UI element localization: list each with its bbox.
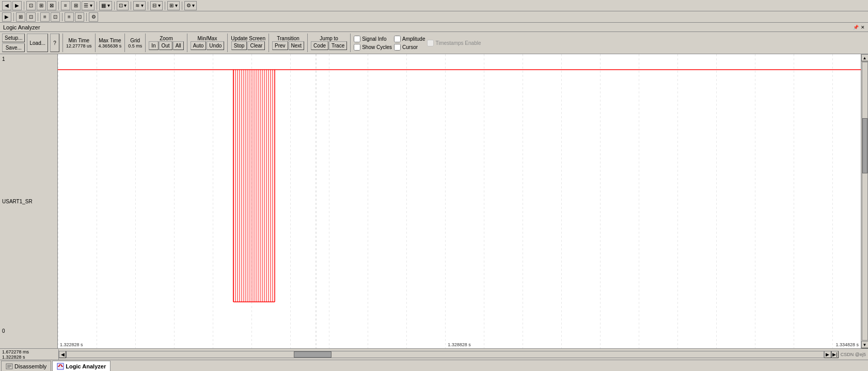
tab-bar: Disassembly Logic Analyzer	[0, 360, 868, 371]
max-time-label: Max Time	[99, 38, 121, 43]
transition-label: Transition	[277, 36, 299, 41]
toolbar-btn-6[interactable]: ☰ ▾	[82, 1, 94, 10]
dropdown-1[interactable]: ▦ ▾	[99, 1, 112, 10]
setup-button[interactable]: Setup...	[2, 34, 25, 42]
time-right: 1.334828 s	[835, 342, 859, 347]
disassembly-tab-label: Disassembly	[14, 363, 46, 369]
zoom-group: Zoom In Out All	[149, 36, 184, 50]
scroll-rightmost-button[interactable]: ▶|	[831, 351, 839, 358]
dropdown-6[interactable]: ⚙ ▾	[184, 1, 197, 10]
status-time-1: 1.672278 ms	[2, 349, 56, 354]
dropdown-4[interactable]: ⊟ ▾	[150, 1, 163, 10]
signal-name-usart1: USART1_SR	[2, 199, 33, 204]
show-cycles-checkbox[interactable]	[354, 44, 360, 51]
ctrl-sep-6	[227, 34, 228, 52]
scroll-left-button[interactable]: ◀	[59, 351, 66, 358]
dropdown-2[interactable]: ⊡ ▾	[117, 1, 129, 10]
logic-analyzer-tab-label: Logic Analyzer	[66, 363, 106, 369]
status-time-2: 1.322828 s	[2, 354, 56, 360]
stop-button[interactable]: Stop	[231, 41, 247, 50]
timestamps-label[interactable]: Timestamps Enable	[427, 40, 481, 46]
scroll-thumb-h[interactable]	[294, 351, 332, 358]
s-btn-5[interactable]: ≡	[65, 12, 74, 22]
zoom-out-button[interactable]: Out	[159, 41, 172, 50]
transition-group: Transition Prev Next	[272, 36, 304, 50]
toolbar-btn-2[interactable]: ⊞	[37, 1, 46, 10]
grid-value: 0.5 ms	[128, 43, 142, 49]
waveform-area[interactable]: 1.322828 s 1.328828 s 1.334828 s	[58, 54, 861, 348]
scroll-track-h[interactable]	[66, 351, 824, 358]
clear-button[interactable]: Clear	[247, 41, 265, 50]
s-btn-1[interactable]: ⊞	[16, 12, 25, 22]
save-button[interactable]: Save...	[2, 43, 25, 52]
grid-group: Grid 0.5 ms	[128, 38, 142, 49]
close-icon[interactable]: ✕	[861, 25, 865, 30]
separator-3	[97, 2, 97, 10]
scroll-thumb[interactable]	[862, 118, 867, 174]
tab-disassembly[interactable]: Disassembly	[1, 361, 51, 372]
load-button[interactable]: Load...	[27, 34, 48, 52]
sep-s3	[62, 13, 62, 21]
update-screen-label: Update Screen	[231, 36, 265, 41]
la-title-bar: Logic Analyzer 📌 ✕	[0, 23, 868, 32]
ctrl-sep-8	[307, 34, 308, 52]
cursor-checkbox[interactable]	[394, 44, 401, 51]
dropdown-5[interactable]: ⊞ ▾	[167, 1, 180, 10]
toolbar-btn-5[interactable]: ⊞	[71, 1, 81, 10]
separator-5	[131, 2, 131, 10]
max-time-group: Max Time 4.365638 s	[99, 38, 122, 49]
sep-s1	[13, 13, 14, 21]
show-cycles-label[interactable]: Show Cycles	[354, 44, 392, 51]
s-btn-2[interactable]: ⊡	[26, 12, 36, 22]
help-button[interactable]: ?	[50, 34, 59, 52]
run-button[interactable]: ▶	[2, 12, 11, 22]
dropdown-3[interactable]: ≋ ▾	[133, 1, 146, 10]
back-button[interactable]: ◀	[2, 1, 11, 10]
signal-info-checkbox[interactable]	[354, 36, 360, 42]
ctrl-sep-9	[350, 34, 351, 52]
s-btn-4[interactable]: ⊡	[51, 12, 60, 22]
scroll-right-button[interactable]: ▶	[824, 351, 831, 358]
minmax-group: Min/Max Auto Undo	[191, 36, 224, 50]
scroll-down-button[interactable]: ▼	[861, 341, 869, 348]
toolbar-btn-4[interactable]: ≡	[61, 1, 70, 10]
separator-2	[58, 2, 59, 10]
amplitude-checkbox[interactable]	[394, 36, 401, 42]
amplitude-label[interactable]: Amplitude	[394, 36, 425, 42]
status-left: 1.672278 ms 1.322828 s	[2, 349, 59, 360]
next-button[interactable]: Next	[289, 41, 305, 50]
timestamps-checkbox	[427, 40, 434, 46]
s-btn-7[interactable]: ⚙	[89, 12, 98, 22]
forward-button[interactable]: ▶	[12, 1, 22, 10]
code-button[interactable]: Code	[311, 41, 328, 50]
second-toolbar: ▶ ⊞ ⊡ ≡ ⊡ ≡ ⊡ ⚙	[0, 11, 868, 23]
s-btn-3[interactable]: ≡	[40, 12, 50, 22]
pin-icon[interactable]: 📌	[853, 25, 859, 30]
ctrl-sep-4	[145, 34, 146, 52]
amplitude-text: Amplitude	[402, 36, 425, 42]
tab-logic-analyzer[interactable]: Logic Analyzer	[52, 361, 111, 372]
signal-info-label[interactable]: Signal Info	[354, 36, 392, 42]
scroll-track[interactable]	[862, 62, 868, 341]
ctrl-sep-2	[95, 34, 96, 52]
la-controls: Setup... Save... Load... ? Min Time 12.2…	[0, 32, 868, 54]
s-btn-6[interactable]: ⊡	[75, 12, 84, 22]
minmax-undo-button[interactable]: Undo	[207, 41, 224, 50]
toolbar-btn-3[interactable]: ⊠	[47, 1, 56, 10]
cursor-label[interactable]: Cursor	[394, 44, 425, 51]
minmax-label: Min/Max	[198, 36, 217, 41]
horizontal-scrollbar[interactable]: ◀ ▶ ▶|	[59, 349, 839, 360]
logic-analyzer-icon	[57, 363, 64, 370]
signal-labels: 1 USART1_SR 0	[0, 54, 58, 348]
zoom-in-button[interactable]: In	[149, 41, 158, 50]
time-markers: 1.322828 s 1.328828 s 1.334828 s	[58, 342, 861, 347]
prev-button[interactable]: Prev	[272, 41, 288, 50]
waveform-svg	[58, 54, 861, 348]
time-center: 1.328828 s	[448, 342, 471, 347]
trace-button[interactable]: Trace	[329, 41, 347, 50]
minmax-auto-button[interactable]: Auto	[191, 41, 207, 50]
scroll-up-button[interactable]: ▲	[861, 54, 869, 61]
status-bar: 1.672278 ms 1.322828 s ◀ ▶ ▶| CSDN @ej5	[0, 348, 868, 360]
toolbar-btn-1[interactable]: ⊡	[26, 1, 36, 10]
zoom-all-button[interactable]: All	[173, 41, 184, 50]
